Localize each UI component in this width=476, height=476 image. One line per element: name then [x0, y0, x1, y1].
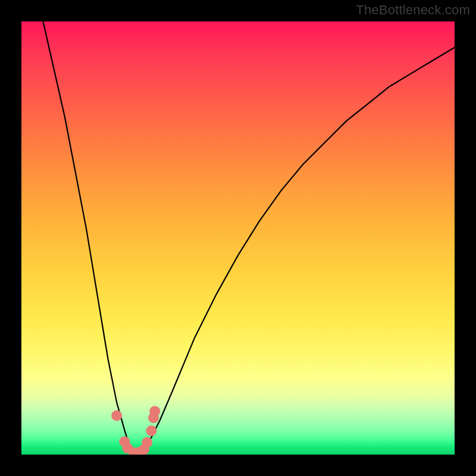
- plot-area: [21, 21, 455, 455]
- curve-marker: [111, 411, 122, 421]
- curve-markers: [111, 406, 160, 455]
- curve-marker: [142, 437, 152, 448]
- bottleneck-curve: [21, 21, 455, 455]
- curve-marker: [146, 425, 156, 436]
- watermark-text: TheBottleneck.com: [356, 2, 470, 18]
- chart-frame: TheBottleneck.com: [0, 0, 476, 476]
- curve-marker: [149, 406, 160, 416]
